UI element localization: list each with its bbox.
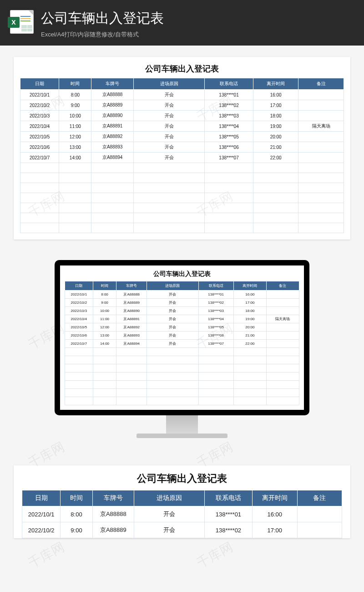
cell-plate: 京A88893: [91, 142, 133, 153]
cell-phone: 138****01: [204, 506, 252, 522]
cell-date: 2022/10/7: [65, 340, 93, 348]
cell-empty: [59, 223, 91, 233]
cell-phone: 138****03: [205, 111, 253, 121]
cell-empty: [133, 193, 204, 203]
cell-date: 2022/10/5: [65, 323, 93, 332]
watermark: 千库网: [25, 539, 67, 572]
cell-reason: 开会: [147, 291, 198, 299]
table-row: 2022/10/411:00京A88891开会138****0419:00隔天离…: [20, 121, 344, 132]
cell-reason: 开会: [134, 506, 205, 522]
cell-phone: 138****07: [205, 153, 253, 163]
cell-empty: [116, 348, 147, 356]
cell-empty: [298, 163, 344, 173]
cell-empty: [253, 173, 298, 183]
column-header: 联系电话: [205, 78, 253, 90]
table-row: 2022/10/613:00京A88893开会138****0621:00: [20, 142, 344, 153]
cell-reason: 开会: [147, 323, 198, 332]
cell-reason: 开会: [133, 100, 204, 111]
cell-leave: 20:00: [233, 323, 266, 332]
cell-empty: [91, 173, 133, 183]
cell-time: 9:00: [59, 100, 91, 111]
cell-empty: [266, 389, 299, 397]
table-row-empty: [20, 183, 344, 193]
cell-leave: 18:00: [233, 307, 266, 315]
spreadsheet: 公司车辆出入登记表 日期时间车牌号进场原因联系电话离开时间备注 2022/10/…: [14, 57, 350, 240]
monitor-stand-neck: [166, 415, 198, 434]
cell-empty: [133, 183, 204, 193]
cell-date: 2022/10/6: [20, 142, 59, 153]
cell-plate: 京A88890: [91, 111, 133, 121]
cell-plate: 京A88892: [116, 323, 147, 332]
table-row: 2022/10/29:00京A88889开会138****0217:00: [22, 522, 342, 538]
cell-empty: [233, 397, 266, 405]
preview-cropped: 公司车辆出入登记表 日期时间车牌号进场原因联系电话离开时间备注 2022/10/…: [0, 452, 364, 538]
cell-empty: [59, 193, 91, 203]
cell-empty: [266, 397, 299, 405]
cell-plate: 京A88891: [91, 121, 133, 132]
cell-plate: 京A88888: [91, 90, 133, 100]
cell-empty: [147, 348, 198, 356]
cell-empty: [65, 364, 93, 373]
column-header: 备注: [266, 281, 299, 291]
cell-plate: 京A88890: [116, 307, 147, 315]
cell-empty: [298, 203, 344, 213]
cell-time: 9:00: [93, 299, 116, 307]
cell-date: 2022/10/7: [20, 153, 59, 163]
table-row: 2022/10/18:00京A88888开会138****0116:00: [20, 90, 344, 100]
cell-empty: [133, 223, 204, 233]
cell-phone: 138****07: [198, 340, 233, 348]
cell-empty: [59, 173, 91, 183]
cell-note: [298, 111, 344, 121]
cell-empty: [91, 193, 133, 203]
cell-empty: [205, 163, 253, 173]
column-header: 离开时间: [253, 490, 297, 506]
cell-time: 8:00: [93, 291, 116, 299]
cell-empty: [133, 173, 204, 183]
cell-date: 2022/10/3: [20, 111, 59, 121]
cell-note: [298, 142, 344, 153]
table-row: 2022/10/714:00京A88894开会138****0722:00: [65, 340, 299, 348]
page-header: X 公司车辆出入登记表 Excel/A4打印/内容随意修改/自带格式: [0, 0, 364, 46]
cell-empty: [116, 364, 147, 373]
cell-note: 隔天离场: [298, 121, 344, 132]
cell-date: 2022/10/4: [65, 315, 93, 323]
excel-x-badge: X: [8, 17, 20, 28]
cell-empty: [20, 203, 59, 213]
sheet-title: 公司车辆出入登记表: [22, 470, 342, 490]
cell-empty: [20, 163, 59, 173]
column-header: 进场原因: [134, 490, 205, 506]
cell-empty: [147, 381, 198, 389]
cell-leave: 21:00: [233, 332, 266, 340]
cell-empty: [233, 364, 266, 373]
cell-empty: [91, 223, 133, 233]
cell-plate: 京A88894: [91, 153, 133, 163]
cell-empty: [253, 223, 298, 233]
cell-empty: [91, 203, 133, 213]
table-row: 2022/10/310:00京A88890开会138****0318:00: [65, 307, 299, 315]
cell-plate: 京A88893: [116, 332, 147, 340]
preview-flat: 公司车辆出入登记表 日期时间车牌号进场原因联系电话离开时间备注 2022/10/…: [0, 46, 364, 251]
cell-empty: [198, 364, 233, 373]
cell-empty: [91, 183, 133, 193]
cell-empty: [116, 373, 147, 381]
watermark: 千库网: [194, 539, 236, 572]
table-row: 2022/10/411:00京A88891开会138****0419:00隔天离…: [65, 315, 299, 323]
cell-plate: 京A88892: [91, 132, 133, 142]
cell-empty: [59, 213, 91, 223]
cell-empty: [198, 356, 233, 364]
sheet-title: 公司车辆出入登记表: [20, 61, 344, 78]
cell-date: 2022/10/2: [20, 100, 59, 111]
cell-empty: [205, 173, 253, 183]
cell-reason: 开会: [147, 299, 198, 307]
page-title: 公司车辆出入登记表: [41, 9, 350, 28]
cell-plate: 京A88894: [116, 340, 147, 348]
cell-leave: 17:00: [253, 100, 298, 111]
spreadsheet: 公司车辆出入登记表 日期时间车牌号进场原因联系电话离开时间备注 2022/10/…: [14, 465, 350, 538]
cell-leave: 21:00: [253, 142, 298, 153]
cell-date: 2022/10/5: [20, 132, 59, 142]
column-header: 日期: [20, 78, 59, 90]
table-row-empty: [65, 381, 299, 389]
cell-phone: 138****03: [198, 307, 233, 315]
cell-empty: [147, 364, 198, 373]
page-root: X 公司车辆出入登记表 Excel/A4打印/内容随意修改/自带格式 公司车辆出…: [0, 0, 364, 538]
